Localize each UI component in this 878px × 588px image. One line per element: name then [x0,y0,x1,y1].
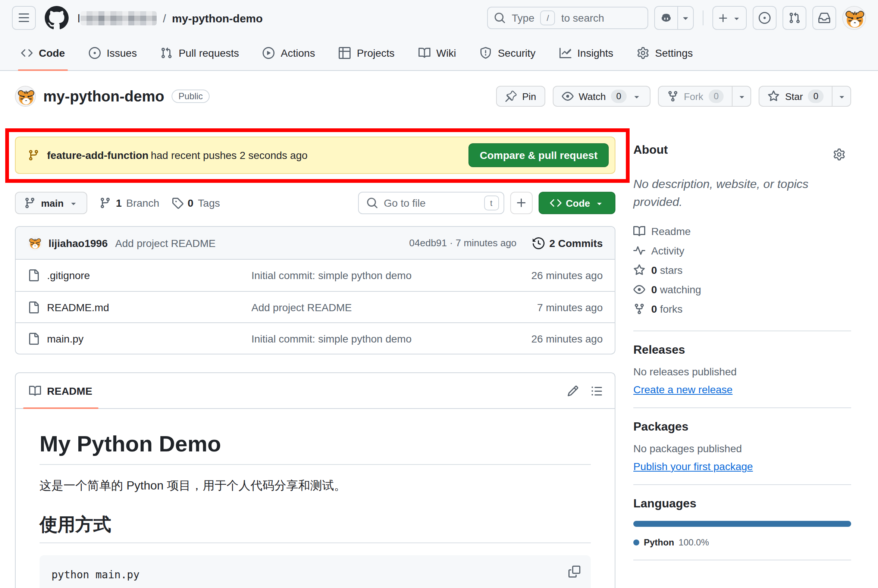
repo-header: my-python-demo Public Pin Watch0 Fork0 [15,86,851,107]
global-search-input[interactable]: Type / to search [487,7,648,29]
tab-label: Insights [577,47,614,59]
watching-link[interactable]: 0 watching [633,284,851,296]
code-snippet: python main.py [51,568,139,580]
repo-content: my-python-demo Public Pin Watch0 Fork0 [0,71,878,588]
file-link-main-py[interactable]: main.py [28,332,252,344]
repo-title[interactable]: my-python-demo [43,88,164,105]
tab-settings[interactable]: Settings [628,36,701,70]
add-file-button[interactable] [510,192,532,214]
edit-readme-button[interactable] [561,379,585,403]
list-item: 0 forks [633,299,851,319]
go-to-file-input[interactable]: Go to filet [358,192,504,214]
tags-link[interactable]: 0 Tags [171,197,220,209]
issue-opened-icon [759,12,770,24]
github-logo[interactable] [45,6,69,30]
tab-projects[interactable]: Projects [330,36,403,70]
compare-pull-request-button[interactable]: Compare & pull request [469,143,609,167]
file-link-gitignore[interactable]: .gitignore [28,269,252,281]
search-icon [494,12,506,24]
file-link-readme[interactable]: README.md [28,301,252,313]
activity-link[interactable]: Activity [633,245,851,257]
copilot-dropdown-button[interactable] [677,6,694,30]
commit-sha-link[interactable]: 04edb91 · 7 minutes ago [409,237,517,249]
file-commit-message[interactable]: Add project README [252,301,476,313]
star-button[interactable]: Star0 [759,86,833,107]
file-commit-message[interactable]: Initial commit: simple python demo [252,332,476,344]
star-dropdown-button[interactable] [832,86,851,107]
releases-section: Releases No releases published Create a … [633,343,851,396]
about-description: No description, website, or topics provi… [633,176,851,211]
edit-repo-details-button[interactable] [827,142,851,166]
tab-pull-requests[interactable]: Pull requests [152,36,248,70]
code-icon [21,47,33,59]
publish-package-link[interactable]: Publish your first package [633,460,753,472]
star-count: 0 [808,90,824,103]
breadcrumb-username[interactable]: l [78,11,157,25]
tab-security[interactable]: Security [471,36,545,70]
plus-icon [515,197,527,209]
redacted-username-blur [81,11,157,25]
create-release-link[interactable]: Create a new release [633,384,733,396]
book-icon [633,225,645,237]
commit-author-link[interactable]: lijiahao1996 [48,237,108,249]
create-new-button[interactable] [712,6,747,30]
commits-history-link[interactable]: 2 Commits [533,237,603,249]
issues-global-button[interactable] [753,6,776,30]
pin-button[interactable]: Pin [496,86,545,107]
tab-code[interactable]: Code [12,36,74,70]
watching-count: 0 [651,284,657,296]
fork-button[interactable]: Fork0 [658,86,733,107]
code-dropdown-button[interactable]: Code [538,192,616,214]
forks-link[interactable]: 0 forks [633,303,851,315]
readme-outline-button[interactable] [585,379,609,403]
main-column: feature-add-functionhad recent pushes 2 … [15,120,616,588]
user-avatar[interactable] [842,6,866,30]
inbox-button[interactable] [812,6,836,30]
chevron-down-icon [737,92,747,101]
pull-requests-global-button[interactable] [782,6,806,30]
watch-button[interactable]: Watch0 [552,86,650,107]
tab-insights[interactable]: Insights [550,36,622,70]
branch-selector-button[interactable]: main [15,192,88,214]
eye-icon [561,90,573,102]
file-commit-message[interactable]: Initial commit: simple python demo [252,269,476,281]
activity-link-label: Activity [651,245,685,257]
eye-icon [633,284,645,296]
t-key-hint: t [484,195,499,210]
readme-link[interactable]: Readme [633,225,851,237]
dot-separator: · [450,237,453,249]
copy-code-button[interactable] [564,561,585,582]
commit-author-avatar[interactable] [28,236,42,250]
fork-dropdown-button[interactable] [732,86,752,107]
file-commit-time: 7 minutes ago [476,301,603,313]
tab-actions[interactable]: Actions [254,36,324,70]
copilot-button[interactable] [654,6,678,30]
language-bar-python[interactable] [633,521,851,527]
fork-button-group: Fork0 [658,86,752,107]
breadcrumb-repo-link[interactable]: my-python-demo [172,12,262,24]
repo-owner-avatar[interactable] [15,86,36,107]
pencil-icon [567,385,579,397]
file-row: main.py Initial commit: simple python de… [16,322,615,354]
fork-count: 0 [709,90,724,103]
python-color-dot [633,540,639,546]
tab-label: Issues [107,47,137,59]
languages-title: Languages [633,497,851,510]
readme-header: README [16,373,615,409]
language-legend[interactable]: Python 100.0% [633,537,851,548]
tiger-avatar-image [843,7,866,30]
spacer [106,373,561,408]
readme-tab[interactable]: README [16,373,106,408]
hamburger-menu-button[interactable] [12,6,36,30]
search-placeholder-pre: Type [512,12,535,24]
commit-sha: 04edb91 [409,237,447,249]
tab-wiki[interactable]: Wiki [409,36,465,70]
branches-link[interactable]: 1 Branch [100,197,159,209]
about-list: Readme Activity 0 stars 0 watching 0 for… [633,222,851,319]
commit-message-link[interactable]: Add project README [115,237,216,249]
copilot-button-group [654,6,694,30]
stars-link[interactable]: 0 stars [633,264,851,276]
chevron-down-icon [837,92,846,101]
readme-intro: 这是一个简单的 Python 项目，用于个人代码分享和测试。 [39,477,591,495]
tab-issues[interactable]: Issues [80,36,146,70]
